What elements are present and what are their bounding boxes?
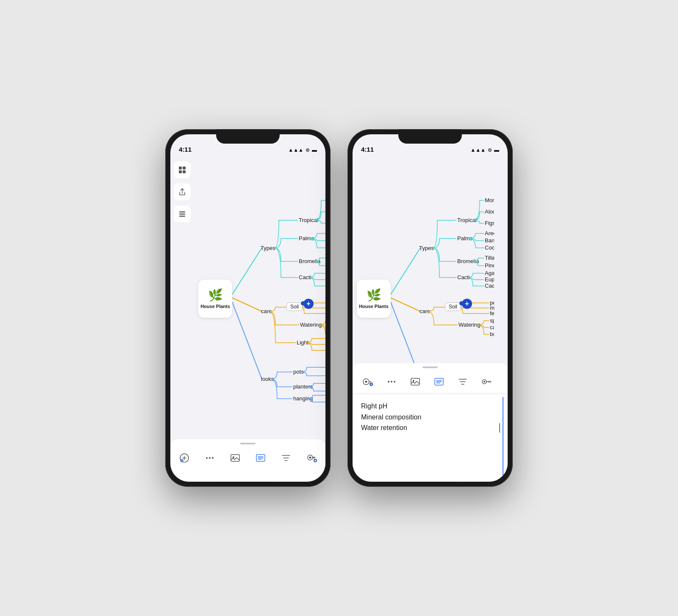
notch-2: [398, 129, 462, 144]
panel-content: Right pH Mineral composition Water reten…: [353, 394, 508, 440]
bottom-panel: Right pH Mineral composition Water reten…: [353, 363, 508, 482]
svg-rect-6: [179, 216, 185, 217]
screen-content-1: Types Tropical Monstera Alocasia Figs: [170, 155, 325, 482]
svg-text:Tropical: Tropical: [457, 217, 477, 223]
svg-line-73: [391, 298, 420, 311]
svg-point-49: [212, 457, 214, 459]
svg-rect-50: [231, 455, 239, 461]
svg-text:Banana: Banana: [485, 237, 494, 244]
panel-handle: [422, 366, 438, 368]
image-icon-p[interactable]: [408, 375, 422, 388]
battery-icon: ▬: [312, 147, 317, 153]
svg-text:Alocasia: Alocasia: [485, 208, 494, 215]
svg-text:Cactus: Cactus: [485, 283, 494, 289]
svg-point-48: [209, 457, 211, 459]
svg-line-35: [232, 302, 262, 379]
time-2: 4:11: [361, 146, 374, 153]
svg-rect-5: [179, 214, 185, 215]
soil-node-2[interactable]: Soil: [445, 302, 461, 311]
svg-rect-2: [179, 170, 182, 173]
home-indicator-2: [405, 482, 456, 483]
mindmap-1: Types Tropical Monstera Alocasia Figs: [194, 155, 325, 448]
svg-text:Watering: Watering: [458, 322, 481, 328]
text-icon[interactable]: [254, 451, 267, 465]
svg-point-47: [206, 457, 208, 459]
svg-rect-3: [183, 170, 186, 173]
svg-line-23: [232, 298, 262, 311]
sidebar-1: [170, 155, 194, 482]
svg-text:Monstera: Monstera: [485, 197, 494, 203]
svg-rect-1: [183, 166, 186, 169]
list-icon[interactable]: [174, 205, 191, 222]
phone-1: 4:11 ▲▲▲ ⊛ ▬: [165, 129, 331, 487]
svg-text:Types: Types: [419, 245, 434, 251]
add-topic-icon[interactable]: [178, 451, 191, 465]
status-icons-1: ▲▲▲ ⊛ ▬: [288, 147, 317, 153]
toolbar-icons-1: [178, 444, 318, 465]
svg-text:Agave: Agave: [485, 270, 494, 276]
svg-line-7: [232, 248, 262, 294]
svg-text:Coconut: Coconut: [485, 244, 494, 251]
key-add-icon-p[interactable]: [480, 375, 493, 388]
soil-dot-2: [459, 301, 464, 305]
time-1: 4:11: [179, 146, 192, 153]
more-icon-p[interactable]: [385, 375, 398, 388]
share-icon[interactable]: [174, 183, 191, 200]
svg-text:Areca: Areca: [485, 230, 494, 236]
svg-text:spray: spray: [490, 317, 494, 324]
filter-icon[interactable]: [279, 451, 293, 465]
svg-text:Pineapple: Pineapple: [485, 262, 494, 269]
soil-dot-1: [301, 301, 305, 305]
status-icons-2: ▲▲▲ ⊛ ▬: [470, 147, 499, 153]
panel-line-2: Mineral composition: [361, 412, 499, 423]
screen-content-2: Types Tropical Monstera Alocasia Figs Pa…: [353, 155, 508, 482]
house-plants-card-2[interactable]: 🌿 House Plants: [357, 280, 391, 318]
svg-text:Euphorbia: Euphorbia: [485, 276, 494, 283]
scroll-indicator: [503, 397, 503, 477]
svg-text:Tillandsia: Tillandsia: [485, 255, 494, 261]
scene: 4:11 ▲▲▲ ⊛ ▬: [148, 112, 530, 504]
filter-icon-p[interactable]: [456, 375, 470, 388]
phone-2: 4:11 ▲▲▲ ⊛ ▬ Types Tropical: [347, 129, 513, 487]
svg-text:Watering: Watering: [300, 322, 322, 328]
plant-emoji-2: 🌿: [367, 288, 381, 302]
panel-line-1: Right pH: [361, 401, 499, 412]
svg-text:Tropical: Tropical: [299, 217, 318, 223]
toolbar-1: [170, 439, 325, 482]
soil-node-1[interactable]: Soil: [286, 302, 303, 311]
screen-2: 4:11 ▲▲▲ ⊛ ▬ Types Tropical: [353, 134, 508, 482]
key-add-icon[interactable]: [305, 451, 318, 465]
svg-point-54: [309, 457, 311, 459]
svg-point-86: [388, 381, 389, 383]
house-plants-label-1: House Plants: [200, 304, 230, 309]
home-indicator-1: [222, 482, 273, 483]
screen-1: 4:11 ▲▲▲ ⊛ ▬: [170, 134, 325, 482]
signal-icon-2: ▲▲▲: [470, 147, 486, 153]
svg-rect-89: [411, 378, 420, 385]
svg-point-88: [394, 381, 395, 383]
svg-point-84: [365, 381, 367, 383]
svg-point-93: [483, 381, 485, 383]
plant-emoji: 🌿: [208, 288, 223, 302]
more-icon[interactable]: [203, 451, 217, 465]
text-icon-p[interactable]: [432, 375, 446, 388]
house-plants-card-1[interactable]: 🌿 House Plants: [198, 280, 232, 318]
add-topic-icon-p[interactable]: [361, 375, 375, 388]
svg-point-87: [391, 381, 392, 383]
grid-icon[interactable]: [174, 161, 191, 178]
house-plants-label-2: House Plants: [359, 304, 389, 309]
svg-text:fertilizer: fertilizer: [490, 310, 494, 316]
svg-text:Figs: Figs: [485, 220, 494, 226]
svg-text:bottom: bottom: [490, 331, 494, 337]
svg-rect-4: [179, 211, 185, 213]
wifi-icon-2: ⊛: [488, 147, 492, 153]
svg-text:can: can: [490, 324, 494, 330]
signal-icon: ▲▲▲: [288, 147, 303, 153]
types-label: Types: [261, 245, 275, 251]
panel-toolbar: [353, 372, 508, 394]
svg-rect-0: [179, 166, 182, 169]
panel-line-3: Water retention: [361, 422, 499, 433]
wifi-icon: ⊛: [306, 147, 310, 153]
svg-line-56: [391, 248, 420, 294]
image-icon[interactable]: [228, 451, 242, 465]
